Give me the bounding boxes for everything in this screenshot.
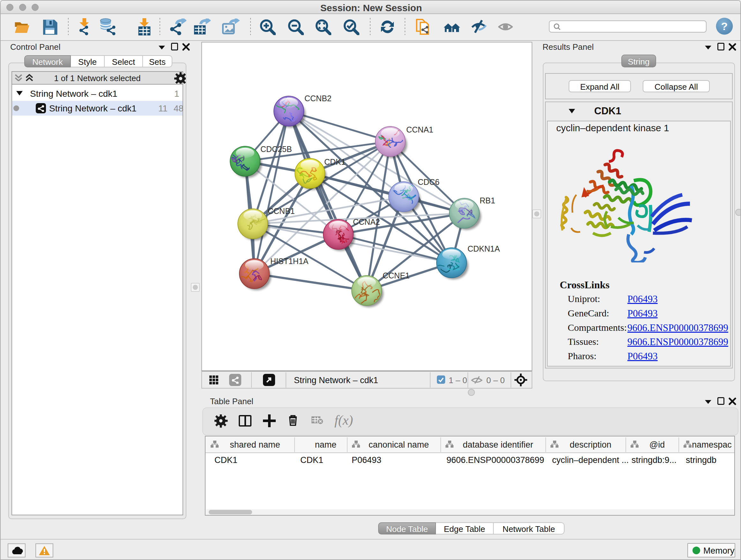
svg-text:CCNA1: CCNA1 <box>406 125 433 134</box>
svg-text:RB1: RB1 <box>480 196 495 205</box>
svg-text:CDC25B: CDC25B <box>260 145 292 153</box>
svg-text:CCNA2: CCNA2 <box>353 217 380 226</box>
svg-text:HIST1H1A: HIST1H1A <box>270 257 309 266</box>
svg-text:CCNB2: CCNB2 <box>305 94 332 103</box>
svg-text:?: ? <box>721 20 728 32</box>
svg-text:CDKN1A: CDKN1A <box>468 244 500 253</box>
svg-text:CCNE1: CCNE1 <box>383 271 410 280</box>
svg-text:CCNB1: CCNB1 <box>268 206 295 215</box>
svg-text:CDK1: CDK1 <box>324 158 346 166</box>
svg-text:CDC6: CDC6 <box>418 178 440 186</box>
